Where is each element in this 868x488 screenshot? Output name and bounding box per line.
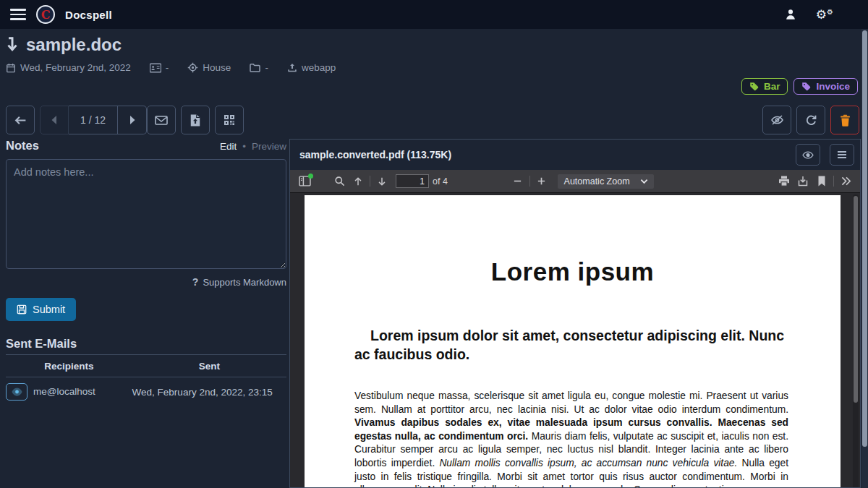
- concerning-value[interactable]: House: [203, 62, 231, 73]
- column-sent: Sent: [132, 356, 286, 377]
- source-value: webapp: [302, 62, 336, 73]
- notes-input[interactable]: [6, 159, 286, 269]
- bars-icon: [837, 150, 847, 159]
- markdown-hint-label: Supports Markdown: [203, 277, 286, 288]
- trash-icon: [840, 114, 851, 127]
- correspondent-value[interactable]: -: [166, 62, 169, 73]
- sidebar-toggle-button[interactable]: [295, 173, 314, 190]
- page-number-input[interactable]: [396, 174, 429, 188]
- attachment-filename: sample.converted.pdf (113.75K): [299, 149, 451, 160]
- notes-tab-preview[interactable]: Preview: [252, 141, 286, 152]
- page-count-label: of 4: [433, 176, 448, 187]
- envelope-icon: [155, 115, 168, 126]
- app-title: Docspell: [65, 9, 112, 21]
- folder-icon: [250, 63, 260, 72]
- document-paragraph: Vestibulum neque massa, scelerisque sit …: [354, 390, 788, 487]
- add-files-button[interactable]: [181, 106, 210, 134]
- menu-hamburger-icon[interactable]: [10, 9, 26, 20]
- attachment-preview-button[interactable]: [796, 144, 820, 166]
- submit-notes-button[interactable]: Submit: [6, 298, 76, 321]
- sent-email-row: me@localhost Wed, February 2nd, 2022, 23…: [6, 377, 286, 407]
- redo-icon: [805, 114, 817, 127]
- gear-icon[interactable]: ⚙⚙: [816, 9, 833, 21]
- find-button[interactable]: [330, 173, 349, 190]
- user-icon[interactable]: [784, 8, 797, 21]
- tag-label: Bar: [764, 81, 780, 92]
- tag-bar[interactable]: Bar: [741, 78, 788, 95]
- chevron-right-icon: [129, 116, 136, 124]
- email-recipient: me@localhost: [33, 386, 95, 397]
- qr-code-button[interactable]: [215, 106, 244, 134]
- tag-icon: [749, 82, 759, 91]
- page-scrollbar[interactable]: [861, 29, 868, 488]
- column-recipients: Recipients: [6, 356, 132, 377]
- save-icon: [17, 304, 27, 314]
- document-subtitle: Lorem ipsum dolor sit amet, consectetur …: [354, 326, 788, 364]
- next-page-button[interactable]: [373, 173, 391, 190]
- delete-button[interactable]: [830, 106, 859, 134]
- address-card-icon: [150, 63, 161, 73]
- upload-icon: [287, 63, 297, 73]
- pdf-scrollbar-thumb[interactable]: [854, 196, 858, 403]
- item-title: sample.doc: [26, 35, 122, 55]
- markdown-hint-link[interactable]: ? Supports Markdown: [6, 276, 286, 288]
- pdf-viewer: Lorem ipsum Lorem ipsum dolor sit amet, …: [290, 193, 860, 487]
- question-icon: ?: [192, 276, 199, 288]
- jump-down-icon[interactable]: [6, 37, 19, 53]
- view-email-button[interactable]: [6, 383, 27, 401]
- chevron-down-icon: [640, 179, 648, 184]
- page-scrollbar-thumb[interactable]: [862, 30, 867, 447]
- pdf-page: Lorem ipsum Lorem ipsum dolor sit amet, …: [305, 195, 841, 487]
- top-navbar: C Docspell ⚙⚙: [0, 0, 868, 29]
- calendar-icon: [6, 63, 16, 73]
- file-upload-icon: [190, 114, 200, 127]
- sidebar-badge: [308, 174, 313, 179]
- tag-icon: [801, 82, 811, 91]
- zoom-select[interactable]: Automatic Zoom: [558, 174, 654, 189]
- hide-item-button[interactable]: [762, 106, 791, 134]
- tag-invoice[interactable]: Invoice: [793, 78, 858, 95]
- previous-page-button[interactable]: [349, 173, 367, 190]
- sent-emails-heading: Sent E-Mails: [6, 337, 286, 355]
- chevron-left-icon: [51, 116, 58, 124]
- attachment-menu-button[interactable]: [830, 144, 854, 166]
- zoom-in-button[interactable]: [532, 173, 551, 190]
- item-page-indicator: 1 / 12: [69, 106, 118, 134]
- pdfjs-toolbar: of 4 Automatic Zoom: [290, 170, 860, 193]
- submit-label: Submit: [33, 304, 65, 315]
- folder-value[interactable]: -: [265, 62, 268, 73]
- document-title: Lorem ipsum: [305, 257, 841, 286]
- pdf-scrollbar[interactable]: [853, 194, 859, 487]
- tools-button[interactable]: [836, 173, 855, 190]
- arrow-left-icon: [14, 114, 27, 127]
- send-mail-button[interactable]: [147, 106, 176, 134]
- email-sent-date: Wed, February 2nd, 2022, 23:15: [132, 377, 286, 407]
- next-item-button[interactable]: [118, 106, 147, 134]
- prev-item-button[interactable]: [40, 106, 69, 134]
- crosshair-icon: [187, 62, 198, 73]
- download-button[interactable]: [793, 173, 812, 190]
- zoom-out-button[interactable]: [509, 173, 527, 190]
- reprocess-button[interactable]: [796, 106, 825, 134]
- eye-slash-icon: [770, 114, 784, 126]
- notes-heading: Notes: [6, 139, 39, 153]
- tab-separator: •: [242, 141, 246, 152]
- eye-icon: [802, 150, 814, 160]
- bookmark-button[interactable]: [812, 173, 831, 190]
- back-button[interactable]: [6, 106, 35, 134]
- qrcode-icon: [224, 114, 235, 126]
- docspell-logo[interactable]: C: [36, 5, 55, 24]
- print-button[interactable]: [775, 173, 793, 190]
- tag-label: Invoice: [816, 81, 850, 92]
- attachment-panel: sample.converted.pdf (113.75K): [289, 139, 861, 488]
- zoom-select-value: Automatic Zoom: [564, 176, 630, 187]
- notes-tab-edit[interactable]: Edit: [220, 141, 237, 152]
- item-date[interactable]: Wed, February 2nd, 2022: [20, 62, 131, 73]
